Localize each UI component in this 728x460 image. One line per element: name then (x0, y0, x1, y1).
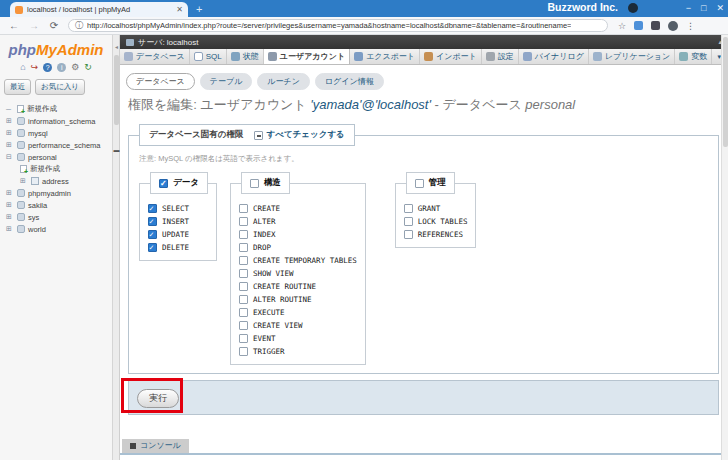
address-bar[interactable]: ⓘ http://localhost/phpMyAdmin/index.php?… (68, 19, 608, 32)
priv-alter-routine-checkbox[interactable] (239, 295, 248, 304)
phpmyadmin-logo[interactable]: phpMyAdmin (0, 41, 112, 58)
scrollbar-thumb[interactable] (114, 55, 119, 125)
tree-item-information-schema[interactable]: ⊞information_schema (0, 115, 112, 127)
tree-item-performance-schema[interactable]: ⊞performance_schema (0, 139, 112, 151)
tab-user-accounts[interactable]: ユーザアカウント (264, 49, 350, 64)
expand-icon[interactable]: ⊞ (6, 225, 14, 233)
priv-event-checkbox[interactable] (239, 334, 248, 343)
priv-show-view-checkbox[interactable] (239, 269, 248, 278)
logout-icon[interactable]: ↪ (31, 62, 39, 72)
privilege-row[interactable]: SHOW VIEW (239, 267, 357, 280)
close-button[interactable]: ✕ (716, 3, 724, 13)
tree-item-personal[interactable]: ⊟personal (0, 151, 112, 163)
browser-menu-icon[interactable]: ⋮ (686, 21, 695, 31)
console-toggle[interactable]: コンソール (122, 439, 189, 453)
privilege-row[interactable]: INSERT (148, 215, 208, 228)
expand-icon[interactable]: ⊞ (6, 129, 14, 137)
check-all-control[interactable]: すべてチェックする (254, 129, 345, 141)
tab-export[interactable]: エクスポート (350, 49, 420, 64)
resize-handle-icon[interactable]: ▬ (113, 147, 120, 153)
back-icon[interactable]: ← (8, 20, 20, 31)
priv-alter-checkbox[interactable] (239, 217, 248, 226)
recent-button[interactable]: 最近 (4, 79, 31, 95)
priv-index-checkbox[interactable] (239, 230, 248, 239)
tree-item-sakila[interactable]: ⊞sakila (0, 199, 112, 211)
priv-update-checkbox[interactable] (148, 230, 157, 239)
page-info-icon[interactable]: ⓘ (75, 20, 83, 31)
help-icon[interactable]: ? (43, 63, 52, 72)
tree-item-phpmyadmin[interactable]: ⊞phpmyadmin (0, 187, 112, 199)
check-all-checkbox[interactable] (254, 131, 263, 140)
privilege-row[interactable]: UPDATE (148, 228, 208, 241)
expand-icon[interactable]: ⊞ (6, 189, 14, 197)
privilege-row[interactable]: CREATE TEMPORARY TABLES (239, 254, 357, 267)
settings-gear-icon[interactable]: ⚙ (71, 62, 79, 72)
reading-list-icon[interactable] (634, 21, 643, 30)
priv-trigger-checkbox[interactable] (239, 347, 248, 356)
tab-variables[interactable]: 変数 (675, 49, 712, 64)
new-tab-button[interactable]: + (196, 3, 202, 15)
scrollbar-thumb[interactable] (723, 37, 728, 147)
privilege-row[interactable]: TRIGGER (239, 345, 357, 358)
privilege-row[interactable]: CREATE VIEW (239, 319, 357, 332)
privilege-row[interactable]: DELETE (148, 241, 208, 254)
minimize-button[interactable]: − (686, 3, 691, 13)
privilege-row[interactable]: CREATE ROUTINE (239, 280, 357, 293)
expand-icon[interactable]: ⊞ (20, 177, 28, 185)
tree-item-address-table[interactable]: ⊞address (0, 175, 112, 187)
priv-create-temporary-tables-checkbox[interactable] (239, 256, 248, 265)
reload-navigation-icon[interactable]: ↻ (84, 62, 92, 72)
server-label[interactable]: サーバ: localhost (138, 37, 198, 48)
navigation-scrollbar[interactable]: ◂ ▬ (113, 35, 120, 460)
docs-icon[interactable]: i (57, 63, 66, 72)
group-admin-checkbox[interactable] (415, 179, 424, 188)
profile-icon[interactable] (668, 21, 678, 31)
browser-tab[interactable]: localhost / localhost | phpMyAd ✕ (10, 2, 188, 17)
priv-insert-checkbox[interactable] (148, 217, 157, 226)
collapse-panel-icon[interactable]: ◂ (113, 43, 120, 50)
tree-item-sys[interactable]: ⊞sys (0, 211, 112, 223)
privilege-row[interactable]: INDEX (239, 228, 357, 241)
subtab-database[interactable]: データベース (126, 73, 195, 90)
group-data-checkbox[interactable] (159, 179, 168, 188)
group-structure-checkbox[interactable] (250, 179, 259, 188)
privilege-row[interactable]: EXECUTE (239, 306, 357, 319)
priv-create-checkbox[interactable] (239, 204, 248, 213)
forward-icon[interactable]: → (28, 20, 40, 31)
go-button[interactable]: 実行 (137, 389, 179, 408)
check-all-label[interactable]: すべてチェックする (267, 129, 345, 141)
priv-select-checkbox[interactable] (148, 204, 157, 213)
tab-settings[interactable]: 設定 (482, 49, 519, 64)
priv-delete-checkbox[interactable] (148, 243, 157, 252)
tree-item-personal-new-table[interactable]: 新規作成 (0, 163, 112, 175)
structure-group-legend[interactable]: 構造 (241, 172, 290, 194)
tab-status[interactable]: 状態 (227, 49, 264, 64)
subtab-routines[interactable]: ルーチン (257, 73, 310, 90)
privilege-row[interactable]: CREATE (239, 202, 357, 215)
tree-item-mysql[interactable]: ⊞mysql (0, 127, 112, 139)
priv-create-view-checkbox[interactable] (239, 321, 248, 330)
expand-icon[interactable]: ⊞ (6, 201, 14, 209)
priv-drop-checkbox[interactable] (239, 243, 248, 252)
privilege-row[interactable]: REFERENCES (404, 228, 468, 241)
favorites-button[interactable]: お気に入り (35, 79, 85, 95)
tab-replication[interactable]: レプリケーション (589, 49, 675, 64)
refresh-icon[interactable]: ⟳ (48, 20, 60, 31)
priv-grant-checkbox[interactable] (404, 204, 413, 213)
bookmark-star-icon[interactable]: ☆ (618, 21, 626, 31)
priv-execute-checkbox[interactable] (239, 308, 248, 317)
tab-database[interactable]: データベース (120, 49, 190, 64)
tab-sql[interactable]: SQL (190, 49, 227, 64)
expand-icon[interactable]: ⊞ (6, 213, 14, 221)
privilege-row[interactable]: GRANT (404, 202, 468, 215)
subtab-table[interactable]: テーブル (200, 73, 253, 90)
priv-create-routine-checkbox[interactable] (239, 282, 248, 291)
subtab-login-information[interactable]: ログイン情報 (315, 73, 384, 90)
tab-close-icon[interactable]: ✕ (176, 5, 183, 14)
page-scrollbar[interactable] (721, 35, 728, 460)
privilege-row[interactable]: LOCK TABLES (404, 215, 468, 228)
expand-icon[interactable]: ⊞ (6, 141, 14, 149)
priv-lock-tables-checkbox[interactable] (404, 217, 413, 226)
privilege-row[interactable]: DROP (239, 241, 357, 254)
expand-icon[interactable]: ⊞ (6, 117, 14, 125)
